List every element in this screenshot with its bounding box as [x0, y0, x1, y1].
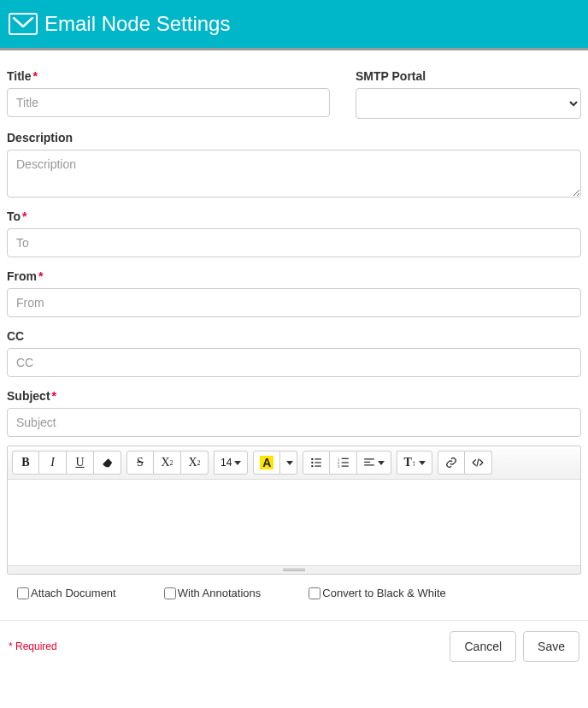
- svg-line-15: [477, 458, 479, 466]
- bullet-list-button[interactable]: [303, 451, 330, 475]
- fontcolor-dropdown[interactable]: [280, 451, 297, 475]
- required-star: *: [38, 269, 43, 283]
- check-convert-bw[interactable]: Convert to Black & White: [309, 587, 446, 599]
- svg-rect-11: [342, 466, 349, 467]
- required-note: * Required: [9, 640, 57, 652]
- chevron-down-icon: [378, 461, 385, 465]
- field-title: Title*: [7, 69, 330, 119]
- fontcolor-button[interactable]: A: [253, 451, 280, 475]
- editor-resize-handle[interactable]: [8, 565, 580, 574]
- email-icon: [9, 13, 38, 35]
- cc-input[interactable]: [7, 348, 581, 377]
- svg-point-4: [312, 465, 314, 467]
- title-label: Title*: [7, 69, 330, 83]
- underline-button[interactable]: U: [67, 451, 94, 475]
- field-smtp: SMTP Portal: [356, 69, 581, 119]
- from-label: From*: [7, 269, 581, 283]
- convert-bw-checkbox[interactable]: [309, 587, 320, 599]
- field-description: Description: [7, 131, 581, 198]
- numbered-list-icon: 123: [338, 457, 350, 469]
- strike-button[interactable]: S: [126, 451, 154, 475]
- cancel-button[interactable]: Cancel: [450, 631, 516, 662]
- chevron-down-icon: [234, 461, 241, 465]
- link-icon: [445, 457, 457, 469]
- align-dropdown[interactable]: [357, 451, 391, 475]
- checkbox-row: Attach Document With Annotations Convert…: [7, 575, 581, 611]
- svg-rect-13: [365, 462, 371, 463]
- codeview-button[interactable]: [465, 451, 492, 475]
- attach-document-checkbox[interactable]: [17, 587, 29, 599]
- field-from: From*: [7, 269, 581, 317]
- with-annotations-label: With Annotations: [178, 587, 262, 599]
- form-body: Title* SMTP Portal Description To* From*…: [0, 50, 588, 620]
- dialog-footer: * Required Cancel Save: [0, 620, 588, 670]
- editor-toolbar: B I U S X2 X2 14 A: [8, 446, 580, 480]
- svg-point-0: [312, 458, 314, 460]
- bullet-list-icon: [310, 457, 322, 469]
- check-attach-document[interactable]: Attach Document: [17, 587, 116, 599]
- svg-rect-12: [365, 458, 375, 459]
- from-input[interactable]: [7, 288, 581, 317]
- code-icon: [472, 457, 484, 469]
- field-subject: Subject*: [7, 389, 581, 437]
- svg-rect-14: [365, 464, 375, 465]
- check-with-annotations[interactable]: With Annotations: [164, 587, 262, 599]
- convert-bw-label: Convert to Black & White: [322, 587, 446, 599]
- field-cc: CC: [7, 329, 581, 377]
- subscript-button[interactable]: X2: [181, 451, 209, 475]
- to-label: To*: [7, 209, 581, 223]
- cc-label: CC: [7, 329, 581, 343]
- description-input[interactable]: [7, 150, 581, 198]
- numbered-list-button[interactable]: 123: [330, 451, 357, 475]
- title-input[interactable]: [7, 88, 330, 117]
- svg-rect-7: [342, 458, 349, 459]
- smtp-label: SMTP Portal: [356, 69, 581, 83]
- rich-text-editor: B I U S X2 X2 14 A: [7, 445, 581, 575]
- align-left-icon: [363, 457, 375, 469]
- to-input[interactable]: [7, 228, 581, 257]
- subject-label: Subject*: [7, 389, 581, 403]
- bold-button[interactable]: B: [12, 451, 39, 475]
- chevron-down-icon: [286, 461, 293, 465]
- attach-document-label: Attach Document: [31, 587, 116, 599]
- subject-input[interactable]: [7, 408, 581, 437]
- superscript-button[interactable]: X2: [154, 451, 181, 475]
- eraser-icon: [102, 457, 114, 469]
- description-label: Description: [7, 131, 581, 145]
- required-star: *: [52, 389, 56, 403]
- field-to: To*: [7, 209, 581, 257]
- dialog-header: Email Node Settings: [0, 0, 588, 50]
- svg-point-2: [312, 462, 314, 463]
- editor-body[interactable]: [8, 480, 580, 565]
- svg-rect-1: [315, 458, 322, 459]
- chevron-down-icon: [419, 461, 426, 465]
- italic-button[interactable]: I: [39, 451, 67, 475]
- save-button[interactable]: Save: [523, 631, 579, 662]
- with-annotations-checkbox[interactable]: [164, 587, 176, 599]
- svg-rect-5: [315, 466, 322, 467]
- eraser-button[interactable]: [94, 451, 121, 475]
- required-star: *: [22, 209, 26, 223]
- lineheight-dropdown[interactable]: T↕: [397, 451, 432, 475]
- required-star: *: [33, 69, 38, 83]
- dialog-title: Email Node Settings: [44, 12, 230, 36]
- link-button[interactable]: [438, 451, 465, 475]
- fontsize-dropdown[interactable]: 14: [214, 451, 248, 475]
- svg-rect-3: [315, 462, 322, 463]
- svg-text:3: 3: [338, 464, 340, 469]
- svg-rect-9: [342, 462, 349, 463]
- smtp-select[interactable]: [356, 88, 581, 119]
